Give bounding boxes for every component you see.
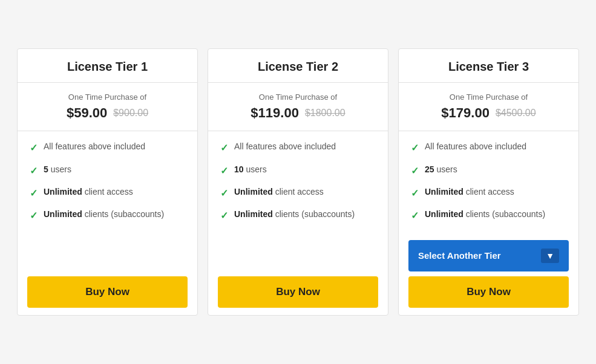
tier-3-pricing: One Time Purchase of $179.00 $4500.00 (399, 83, 578, 131)
tier-2-current-price: $119.00 (251, 105, 299, 121)
tier-1-pricing: One Time Purchase of $59.00 $900.00 (18, 83, 197, 131)
tier-1-feature-1-text: All features above included (44, 141, 145, 153)
tier-2-footer: Buy Now (208, 269, 388, 315)
tier-2-feature-3: ✓ Unlimited client access (220, 186, 376, 200)
tier-2-features: ✓ All features above included ✓ 10 users… (208, 131, 388, 233)
tier-3-feature-1-text: All features above included (425, 141, 526, 153)
tier-3-feature-4: ✓ Unlimited clients (subaccounts) (411, 209, 566, 223)
tier-1-one-time-label: One Time Purchase of (30, 93, 185, 102)
chevron-down-icon: ▼ (541, 249, 559, 263)
tier-2-buy-button[interactable]: Buy Now (218, 276, 378, 308)
tier-1-features: ✓ All features above included ✓ 5 users … (18, 131, 197, 233)
tier-card-3: License Tier 3 One Time Purchase of $179… (398, 48, 579, 316)
tier-1-price-row: $59.00 $900.00 (30, 105, 185, 121)
tier-2-feature-1-text: All features above included (234, 141, 336, 153)
tier-2-price-row: $119.00 $1800.00 (220, 105, 376, 121)
check-icon: ✓ (30, 209, 38, 223)
tier-1-header: License Tier 1 (18, 49, 197, 83)
tier-2-one-time-label: One Time Purchase of (220, 93, 376, 102)
pricing-container: License Tier 1 One Time Purchase of $59.… (0, 36, 596, 328)
tier-1-original-price: $900.00 (113, 108, 148, 119)
tier-2-feature-4: ✓ Unlimited clients (subaccounts) (220, 209, 376, 223)
tier-1-current-price: $59.00 (67, 105, 107, 121)
tier-3-footer: Select Another Tier ▼ Buy Now (399, 233, 578, 315)
tier-1-feature-1: ✓ All features above included (30, 141, 185, 155)
tier-3-feature-3: ✓ Unlimited client access (411, 186, 566, 200)
tier-3-buy-button[interactable]: Buy Now (408, 276, 569, 308)
tier-3-feature-2-text: 25 users (425, 164, 457, 176)
check-icon: ✓ (220, 187, 228, 200)
tier-3-feature-1: ✓ All features above included (411, 141, 566, 155)
check-icon: ✓ (220, 209, 228, 223)
check-icon: ✓ (411, 209, 419, 223)
tier-2-pricing: One Time Purchase of $119.00 $1800.00 (208, 83, 388, 131)
tier-2-feature-2: ✓ 10 users (220, 164, 376, 178)
check-icon: ✓ (220, 141, 228, 155)
tier-1-feature-4: ✓ Unlimited clients (subaccounts) (30, 209, 185, 223)
tier-3-feature-2: ✓ 25 users (411, 164, 566, 178)
tier-1-feature-2: ✓ 5 users (30, 164, 185, 178)
tier-2-feature-3-text: Unlimited client access (234, 186, 324, 198)
tier-card-2: License Tier 2 One Time Purchase of $119… (208, 48, 388, 316)
check-icon: ✓ (411, 141, 419, 155)
tier-1-title: License Tier 1 (67, 60, 148, 73)
check-icon: ✓ (411, 164, 419, 178)
tier-2-original-price: $1800.00 (305, 108, 345, 119)
tier-2-feature-1: ✓ All features above included (220, 141, 376, 155)
check-icon: ✓ (220, 164, 228, 178)
tier-2-feature-2-text: 10 users (234, 164, 267, 176)
check-icon: ✓ (30, 164, 38, 178)
tier-2-header: License Tier 2 (208, 49, 388, 83)
check-icon: ✓ (30, 187, 38, 200)
tier-3-title: License Tier 3 (448, 60, 529, 73)
tier-1-footer: Buy Now (18, 269, 197, 315)
tier-3-current-price: $179.00 (441, 105, 490, 121)
tier-3-header: License Tier 3 (399, 49, 578, 83)
check-icon: ✓ (30, 141, 38, 155)
select-tier-label: Select Another Tier (418, 250, 501, 261)
tier-1-buy-button[interactable]: Buy Now (27, 276, 188, 308)
tier-2-feature-4-text: Unlimited clients (subaccounts) (234, 209, 355, 221)
tier-1-feature-3-text: Unlimited client access (44, 186, 133, 198)
tier-2-title: License Tier 2 (258, 60, 338, 73)
tier-1-feature-4-text: Unlimited clients (subaccounts) (44, 209, 164, 221)
tier-1-feature-3: ✓ Unlimited client access (30, 186, 185, 200)
tier-3-feature-3-text: Unlimited client access (425, 186, 514, 198)
tier-3-features: ✓ All features above included ✓ 25 users… (399, 131, 578, 233)
select-another-tier-button[interactable]: Select Another Tier ▼ (408, 240, 569, 271)
tier-3-original-price: $4500.00 (496, 108, 536, 119)
tier-1-feature-2-text: 5 users (44, 164, 71, 176)
tier-3-one-time-label: One Time Purchase of (411, 93, 566, 102)
tier-3-price-row: $179.00 $4500.00 (411, 105, 566, 121)
check-icon: ✓ (411, 187, 419, 200)
tier-card-1: License Tier 1 One Time Purchase of $59.… (17, 48, 198, 316)
tier-3-feature-4-text: Unlimited clients (subaccounts) (425, 209, 545, 221)
